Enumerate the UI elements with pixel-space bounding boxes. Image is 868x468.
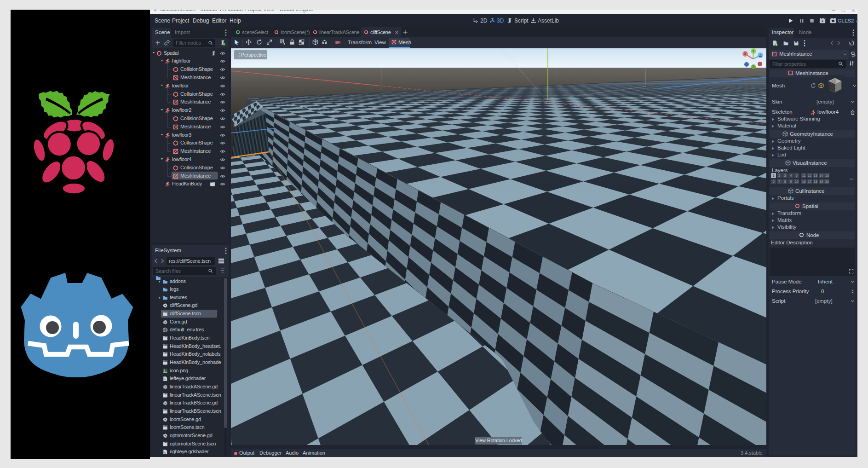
svg-text:Perspective: Perspective xyxy=(241,52,266,58)
svg-text:X: X xyxy=(744,52,747,56)
svg-text:Z: Z xyxy=(759,53,762,58)
svg-text:Y: Y xyxy=(752,49,755,53)
svg-text:View Rotation Locked: View Rotation Locked xyxy=(475,438,522,443)
